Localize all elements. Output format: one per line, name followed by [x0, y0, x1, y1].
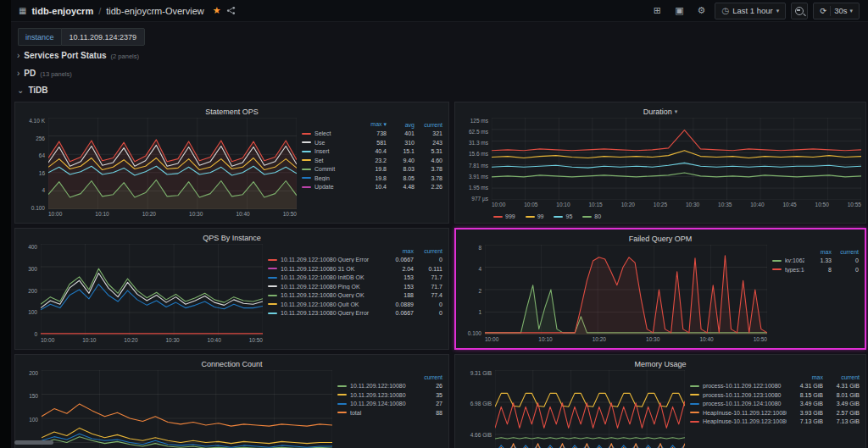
legend-series-label[interactable]: 10.11.209.122:10080 [350, 383, 415, 389]
legend-item[interactable]: 95 [554, 213, 572, 219]
legend-sort-header[interactable]: current [417, 122, 442, 128]
legend-series-label[interactable]: Commit [314, 166, 359, 172]
breadcrumb-parent[interactable]: tidb-enjoycrm [31, 6, 93, 16]
chart[interactable] [42, 370, 332, 448]
legend-row[interactable]: kv:10621.330 [772, 257, 859, 266]
refresh-button[interactable]: ⟳ [820, 6, 826, 15]
legend-row[interactable]: 10.11.209.122:10080 InitDB OK15371.7 [268, 274, 442, 283]
legend-row[interactable]: 10.11.209.122:10080 Query OK18877.4 [268, 291, 442, 301]
legend-row[interactable]: Commit19.88.033.78 [302, 165, 442, 174]
legend-row[interactable]: 10.11.209.122:10080 Ping OK15371.7 [268, 282, 442, 291]
legend-series-label[interactable]: Select [314, 130, 359, 136]
legend-sort-header[interactable]: avg [389, 122, 415, 128]
legend-series-label[interactable]: Set [314, 158, 359, 163]
legend-sort-header[interactable]: current [834, 249, 859, 255]
row-services-port-status[interactable]: › Services Port Status (2 panels) [17, 51, 139, 60]
y-axis-label: 8 [478, 245, 481, 251]
legend-item[interactable]: 80 [582, 213, 601, 219]
save-dashboard-button[interactable]: ▣ [670, 3, 687, 19]
legend-row[interactable]: process-10.11.209.124:100803.49 GiB3.49 … [690, 400, 860, 409]
legend-sort-header[interactable]: max [807, 249, 832, 255]
legend-series-label[interactable]: Insert [314, 148, 359, 154]
row-pd[interactable]: › PD (13 panels) [17, 69, 72, 78]
legend-row[interactable]: Update10.44.482.26 [302, 183, 442, 192]
share-icon[interactable] [226, 6, 236, 15]
legend-series-label[interactable]: 10.11.209.122:10080 31 OK [281, 266, 385, 272]
legend-sort-header[interactable]: max [789, 374, 823, 380]
legend-row[interactable]: process-10.11.209.123:100808.15 GiB8.01 … [690, 390, 860, 400]
legend-sort-header[interactable]: current [417, 374, 442, 380]
chart[interactable] [495, 370, 685, 448]
legend-series-label[interactable]: 10.11.209.122:10080 Query Error [281, 257, 385, 263]
chart[interactable] [485, 245, 767, 335]
panel-title[interactable]: Failed Query OPM [460, 232, 860, 245]
legend-row[interactable]: 10.11.209.122:10080 31 OK2.040.111 [268, 264, 442, 274]
legend-series-label[interactable]: 10.11.209.123:10080 Query Error [281, 310, 385, 316]
y-axis-label: 1.95 ms [469, 185, 488, 191]
y-axis-label: 62.5 ms [469, 129, 488, 135]
legend-row[interactable]: 10.11.209.122:1008026 [337, 382, 442, 391]
chart[interactable] [48, 118, 297, 209]
legend-series-label[interactable]: 10.11.209.123:10080 [350, 392, 415, 398]
chart[interactable] [492, 118, 861, 200]
legend-row[interactable]: 10.11.209.122:10080 Query Error0.06670 [268, 256, 442, 265]
refresh-interval-button[interactable]: 30s ▾ [834, 6, 853, 15]
legend-row[interactable]: 10.11.209.123:10080 Query Error0.06670 [268, 309, 442, 318]
row-tidb[interactable]: ⌄ TiDB [17, 86, 48, 95]
refresh-interval-label: 30s [834, 6, 847, 15]
chart[interactable] [41, 244, 263, 335]
panel-title[interactable]: Statement OPS [19, 105, 444, 118]
legend-row[interactable]: 10.11.209.123:1008035 [337, 390, 442, 400]
legend-sort-header[interactable]: current [826, 374, 860, 380]
legend-sort-header[interactable]: max [387, 248, 414, 254]
legend-row[interactable]: Select738401321 [302, 130, 442, 139]
zoom-out-button[interactable] [791, 3, 808, 19]
panel-title[interactable]: Memory Usage [459, 357, 861, 370]
legend-series-label[interactable]: Begin [314, 175, 359, 181]
add-panel-button[interactable]: ⊞ [648, 3, 665, 19]
legend-series-label[interactable]: Update [314, 184, 359, 190]
legend-series-label[interactable]: types:1406 [785, 267, 804, 273]
legend-series-label[interactable]: Use [314, 140, 359, 146]
breadcrumb-current[interactable]: tidb-enjoycrm-Overview [106, 6, 204, 16]
legend-sort-header[interactable]: current [416, 248, 442, 254]
legend-row[interactable]: HeapInuse-10.11.209.122:100803.93 GiB2.5… [690, 408, 860, 418]
legend-row[interactable]: Insert40.415.15.31 [302, 147, 442, 157]
legend-series-label[interactable]: process-10.11.209.123:10080 [703, 392, 787, 398]
legend-series-label[interactable]: total [350, 410, 415, 416]
legend-row[interactable]: 10.11.209.122:10080 Quit OK0.08890 [268, 300, 442, 309]
legend-series-label[interactable]: process-10.11.209.124:10080 [703, 401, 787, 407]
star-icon[interactable]: ★ [213, 5, 221, 16]
legend-series-label[interactable]: 10.11.209.122:10080 Quit OK [281, 301, 385, 307]
legend-series-label[interactable]: 10.11.209.124:10080 [350, 401, 415, 407]
legend-item[interactable]: 999 [493, 213, 515, 219]
panel-menu-caret-icon[interactable]: ▾ [675, 108, 678, 115]
variable-value-dropdown[interactable]: 10.11.209.124:2379 [61, 28, 145, 46]
legend-series-label[interactable]: HeapInuse-10.11.209.123:10080 [703, 418, 787, 424]
legend-series-label[interactable]: 10.11.209.122:10080 Query OK [281, 292, 385, 298]
panel-title[interactable]: Connection Count [19, 357, 444, 370]
y-axis-label: 4 [478, 266, 481, 272]
legend-row[interactable]: total88 [337, 408, 442, 418]
panel-title[interactable]: QPS By Instance [19, 231, 444, 244]
legend-row[interactable]: Begin19.88.053.78 [302, 174, 442, 183]
horizontal-scrollbar-thumb[interactable] [14, 440, 53, 445]
legend-item[interactable]: 99 [526, 213, 544, 219]
dashboard-settings-button[interactable]: ⚙ [693, 3, 709, 19]
legend-sort-header[interactable]: max ▾ [361, 121, 387, 128]
legend-row[interactable]: 10.11.209.124:1008027 [337, 400, 442, 409]
legend-series-label[interactable]: 10.11.209.122:10080 InitDB OK [281, 274, 385, 280]
series-color-marker [302, 141, 311, 143]
legend-row[interactable]: Set23.29.404.60 [302, 156, 442, 165]
legend-row[interactable]: HeapInuse-10.11.209.123:100807.13 GiB7.1… [690, 418, 860, 427]
x-axis-label: 10:55 [848, 202, 861, 212]
legend-series-label[interactable]: 10.11.209.122:10080 Ping OK [281, 284, 385, 290]
legend-row[interactable]: Use581310243 [302, 138, 442, 147]
legend-row[interactable]: process-10.11.209.122:100804.31 GiB4.31 … [690, 382, 860, 391]
legend-series-label[interactable]: kv:1062 [785, 257, 804, 263]
legend-series-label[interactable]: HeapInuse-10.11.209.122:10080 [703, 410, 787, 416]
legend-series-label[interactable]: process-10.11.209.122:10080 [703, 383, 787, 389]
time-range-picker[interactable]: ◷ Last 1 hour ▾ [715, 3, 786, 19]
panel-title[interactable]: Duration▾ [459, 105, 861, 118]
legend-row[interactable]: types:140680 [772, 265, 859, 274]
